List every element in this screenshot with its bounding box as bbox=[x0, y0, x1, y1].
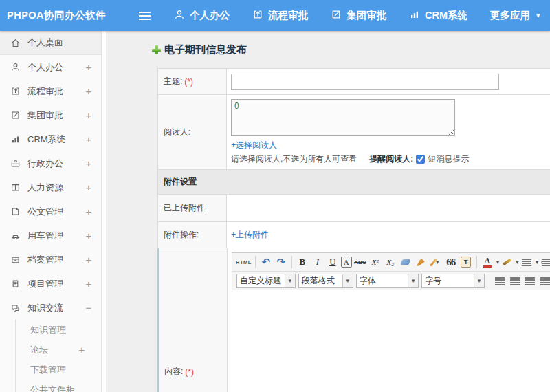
archive-icon bbox=[10, 254, 21, 265]
editor-toolbar-row-1: HTML ↶ ↷ B I U A ABC X² bbox=[232, 253, 550, 272]
sidebar-subitem-public-cabinet[interactable]: 公共文件柜 bbox=[16, 380, 101, 392]
document-icon bbox=[10, 206, 21, 217]
chevron-down-icon: ▾ bbox=[474, 274, 484, 287]
auto-typeset-button[interactable]: ▾ bbox=[429, 254, 443, 270]
strikethrough-button[interactable]: ABC bbox=[353, 254, 367, 270]
highlight-color-button[interactable] bbox=[500, 254, 514, 270]
sidebar-item-desktop[interactable]: 个人桌面 bbox=[0, 31, 101, 55]
remove-format-button[interactable] bbox=[399, 254, 412, 270]
sidebar-item-archives[interactable]: 档案管理 + bbox=[0, 248, 101, 272]
subject-input[interactable] bbox=[231, 74, 499, 90]
align-left-icon bbox=[495, 277, 505, 285]
sms-notify-label: 短消息提示 bbox=[428, 153, 469, 165]
sidebar-submenu-knowledge: 知识管理 论坛 + 下载管理 公共文件柜 bbox=[15, 320, 101, 392]
hamburger-menu-icon[interactable] bbox=[139, 12, 151, 20]
rich-text-editor: HTML ↶ ↷ B I U A ABC X² bbox=[232, 252, 550, 392]
sidebar-subitem-knowledge-mgmt[interactable]: 知识管理 bbox=[16, 320, 101, 340]
uploaded-attachments-row: 已上传附件: bbox=[158, 195, 550, 222]
approval-edit-icon bbox=[10, 110, 21, 121]
italic-button[interactable]: I bbox=[311, 254, 324, 270]
expand-plus-icon[interactable]: + bbox=[85, 109, 93, 121]
nav-item-crm[interactable]: CRM系统 bbox=[409, 9, 468, 22]
expand-plus-icon[interactable]: + bbox=[85, 85, 93, 97]
sidebar-item-admin-office[interactable]: 行政办公 + bbox=[0, 151, 101, 175]
workflow-icon bbox=[252, 9, 263, 22]
bold-button[interactable]: B bbox=[296, 254, 309, 270]
highlighter-icon bbox=[503, 259, 512, 266]
readers-row: 阅读人: 0 +选择阅读人 请选择阅读人,不选为所有人可查看 提醒阅读人: 短消… bbox=[158, 95, 550, 170]
expand-plus-icon[interactable]: + bbox=[85, 254, 93, 265]
expand-plus-icon[interactable]: + bbox=[78, 344, 86, 356]
align-center-icon bbox=[510, 277, 520, 285]
custom-title-select[interactable]: 自定义标题 ▾ bbox=[236, 274, 296, 288]
car-icon bbox=[10, 230, 21, 241]
expand-plus-icon[interactable]: + bbox=[85, 278, 93, 290]
sidebar-item-group-approval[interactable]: 集团审批 + bbox=[0, 103, 101, 127]
expand-plus-icon[interactable]: + bbox=[85, 133, 93, 145]
top-nav: 个人办公 流程审批 集团审批 CRM系统 更多应用 ▾ bbox=[174, 9, 540, 22]
readers-textarea[interactable]: 0 bbox=[231, 99, 455, 136]
sidebar-item-official-docs[interactable]: 公文管理 + bbox=[0, 199, 101, 224]
expand-plus-icon[interactable]: + bbox=[85, 61, 93, 73]
readers-note-text: 请选择阅读人,不选为所有人可查看 bbox=[231, 153, 357, 165]
brush-icon bbox=[417, 259, 425, 266]
required-mark: (*) bbox=[185, 367, 194, 377]
collapse-minus-icon[interactable]: − bbox=[85, 302, 93, 314]
nav-item-personal-office[interactable]: 个人办公 bbox=[174, 9, 230, 22]
sidebar-item-hr[interactable]: 人力资源 + bbox=[0, 175, 101, 199]
chart-icon bbox=[409, 9, 420, 22]
expand-plus-icon[interactable]: + bbox=[85, 182, 93, 193]
book-icon bbox=[10, 182, 21, 193]
align-justify-button[interactable] bbox=[538, 273, 550, 288]
attachment-section-header: 附件设置 bbox=[158, 170, 550, 195]
attachment-action-label: 附件操作: bbox=[164, 229, 199, 241]
color-bar-icon bbox=[483, 265, 492, 268]
sidebar-item-workflow-approval[interactable]: 流程审批 + bbox=[0, 79, 101, 103]
nav-item-more-apps[interactable]: 更多应用 ▾ bbox=[490, 9, 540, 22]
sidebar-item-knowledge[interactable]: 知识交流 − bbox=[0, 296, 101, 320]
font-format-button[interactable]: A bbox=[341, 257, 352, 268]
sidebar-item-vehicle[interactable]: 用车管理 + bbox=[0, 224, 101, 248]
blockquote-button[interactable]: 66 bbox=[444, 254, 458, 270]
sms-notify-checkbox[interactable] bbox=[416, 155, 425, 164]
home-icon bbox=[10, 37, 21, 48]
sidebar-item-projects[interactable]: 项目管理 + bbox=[0, 272, 101, 296]
unordered-list-button[interactable] bbox=[539, 254, 550, 270]
ordered-list-icon bbox=[522, 259, 531, 266]
align-center-button[interactable] bbox=[508, 273, 522, 288]
font-family-select[interactable]: 字体 ▾ bbox=[356, 274, 419, 288]
redo-button[interactable]: ↷ bbox=[274, 254, 288, 270]
publish-form: 主题: (*) 阅读人: 0 +选择阅读人 请选择阅读 bbox=[157, 68, 550, 392]
briefcase-icon bbox=[10, 158, 21, 169]
subscript-button[interactable]: X₂ bbox=[384, 254, 397, 270]
font-size-select[interactable]: 字号 ▾ bbox=[421, 274, 485, 288]
align-left-button[interactable] bbox=[493, 273, 507, 288]
sidebar-subitem-downloads[interactable]: 下载管理 bbox=[16, 360, 101, 380]
required-mark: (*) bbox=[184, 77, 193, 87]
sidebar-item-personal-office[interactable]: 个人办公 + bbox=[0, 55, 101, 79]
expand-plus-icon[interactable]: + bbox=[85, 206, 93, 217]
upload-attachment-link[interactable]: +上传附件 bbox=[231, 229, 269, 241]
select-readers-link[interactable]: +选择阅读人 bbox=[231, 140, 550, 151]
clipboard-icon: T bbox=[461, 257, 471, 268]
superscript-button[interactable]: X² bbox=[368, 254, 382, 270]
paste-text-button[interactable]: T bbox=[459, 254, 473, 270]
paragraph-format-select[interactable]: 段落格式 ▾ bbox=[298, 274, 353, 288]
sidebar-item-crm[interactable]: CRM系统 + bbox=[0, 127, 101, 151]
editor-content-area[interactable] bbox=[232, 290, 550, 392]
main-content: 电子期刊信息发布 主题: (*) 阅读人: bbox=[106, 31, 550, 392]
chart-icon bbox=[10, 134, 21, 145]
nav-item-group-approval[interactable]: 集团审批 bbox=[331, 9, 386, 22]
html-source-button[interactable]: HTML bbox=[236, 254, 252, 270]
format-brush-button[interactable] bbox=[414, 254, 428, 270]
content-row: 内容: (*) HTML ↶ ↷ B I bbox=[157, 248, 550, 392]
ordered-list-button[interactable] bbox=[520, 254, 534, 270]
expand-plus-icon[interactable]: + bbox=[85, 230, 93, 241]
sidebar-subitem-forum[interactable]: 论坛 + bbox=[16, 340, 101, 360]
nav-item-workflow-approval[interactable]: 流程审批 bbox=[252, 9, 308, 22]
font-color-button[interactable]: A bbox=[481, 254, 494, 270]
expand-plus-icon[interactable]: + bbox=[85, 157, 93, 169]
underline-button[interactable]: U bbox=[326, 254, 340, 270]
undo-button[interactable]: ↶ bbox=[259, 254, 273, 270]
align-right-button[interactable] bbox=[523, 273, 537, 288]
